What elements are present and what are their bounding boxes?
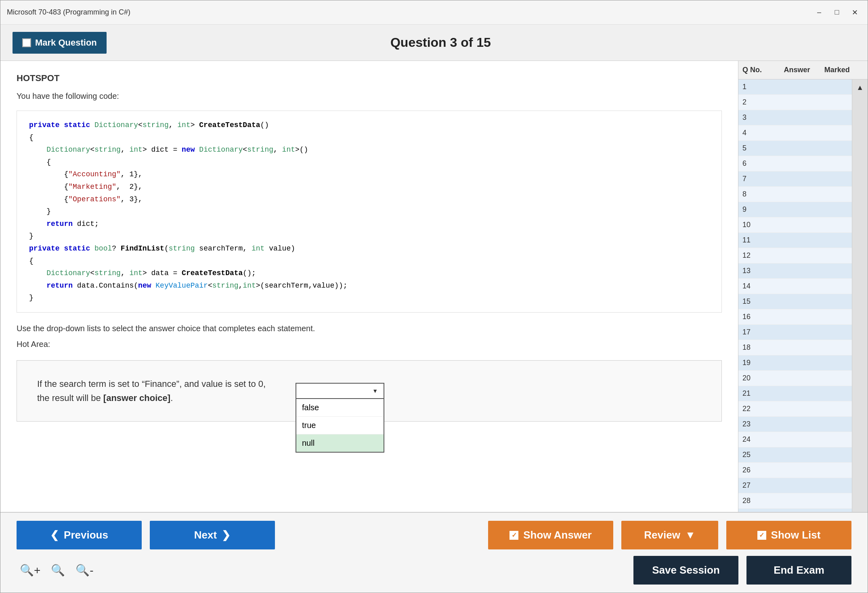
zoom-controls: 🔍+ 🔍 🔍- [17,562,97,578]
review-button[interactable]: Review ▼ [621,521,718,549]
q-number: 26 [742,466,773,474]
main-window: Microsoft 70-483 (Programming in C#) – □… [0,0,868,593]
answer-dropdown-container: ▼ false true null [296,383,384,399]
q-number: 27 [742,481,773,490]
question-list-item[interactable]: 1 [738,79,852,95]
hot-area: If the search term is set to “Finance”, … [17,360,722,422]
save-session-button[interactable]: Save Session [633,556,738,585]
q-number: 13 [742,267,773,275]
main-area: HOTSPOT You have the following code: pri… [0,61,868,512]
end-exam-button[interactable]: End Exam [746,556,851,585]
question-list-item[interactable]: 23 [738,417,852,432]
q-number: 1 [742,83,773,91]
show-list-label: Show List [771,529,821,541]
question-list-item[interactable]: 27 [738,478,852,493]
question-list-item[interactable]: 21 [738,386,852,401]
question-list-item[interactable]: 29 [738,509,852,512]
question-list-item[interactable]: 3 [738,110,852,125]
footer-row1: ❮ Previous Next ❯ Show Answer Review ▼ S… [17,521,851,549]
next-chevron-icon: ❯ [222,529,231,541]
zoom-in-button[interactable]: 🔍+ [17,562,44,578]
close-button[interactable]: ✕ [848,8,861,17]
question-list-item[interactable]: 26 [738,463,852,478]
minimize-button[interactable]: – [813,8,826,17]
show-answer-checkbox-icon [509,531,518,540]
side-panel-header: Q No. Answer Marked [738,61,868,79]
q-number: 11 [742,236,773,244]
code-block: private static Dictionary<string, int> C… [17,111,722,313]
zoom-reset-button[interactable]: 🔍 [48,562,68,578]
answer-dropdown[interactable]: ▼ [296,383,384,399]
question-list-item[interactable]: 13 [738,263,852,279]
side-panel-inner: 1 2 3 4 5 6 7 8 [738,79,868,512]
header-bar: Mark Question Question 3 of 15 [0,25,868,61]
mark-question-label: Mark Question [35,38,97,48]
side-panel-wrapper: Q No. Answer Marked 1 2 3 4 [738,61,868,512]
dropdown-option-null[interactable]: null [296,434,384,452]
q-number: 12 [742,251,773,260]
question-list-item[interactable]: 11 [738,233,852,248]
q-number: 15 [742,297,773,306]
question-list-item[interactable]: 4 [738,125,852,141]
q-number: 25 [742,451,773,459]
maximize-button[interactable]: □ [830,8,843,17]
show-answer-button[interactable]: Show Answer [488,521,613,549]
footer: ❮ Previous Next ❯ Show Answer Review ▼ S… [0,512,868,593]
question-list-item[interactable]: 17 [738,325,852,340]
instruction-text: Use the drop-down lists to select the an… [17,324,722,333]
question-list-item[interactable]: 2 [738,95,852,110]
question-list-item[interactable]: 5 [738,141,852,156]
q-number: 9 [742,205,773,214]
question-intro: You have the following code: [17,92,722,101]
q-number: 20 [742,374,773,382]
question-content: HOTSPOT You have the following code: pri… [0,61,738,512]
save-session-label: Save Session [652,564,720,576]
show-list-checkbox-icon [757,531,766,540]
q-number: 4 [742,129,773,137]
question-list-item[interactable]: 12 [738,248,852,263]
q-number: 16 [742,313,773,321]
question-list-item[interactable]: 9 [738,202,852,217]
previous-button[interactable]: ❮ Previous [17,521,142,549]
show-list-button[interactable]: Show List [726,521,851,549]
dropdown-option-true[interactable]: true [296,417,384,434]
question-list-item[interactable]: 6 [738,156,852,171]
next-label: Next [194,529,217,541]
col-answer-header: Answer [775,66,818,74]
title-bar: Microsoft 70-483 (Programming in C#) – □… [0,0,868,25]
mark-question-button[interactable]: Mark Question [13,32,107,54]
q-number: 6 [742,159,773,168]
question-list-item[interactable]: 8 [738,187,852,202]
q-number: 23 [742,420,773,428]
review-dropdown-icon: ▼ [685,529,696,541]
footer-row2: 🔍+ 🔍 🔍- Save Session End Exam [17,556,851,585]
q-number: 17 [742,328,773,336]
question-list-item[interactable]: 10 [738,217,852,233]
question-list-item[interactable]: 7 [738,171,852,187]
question-list-item[interactable]: 28 [738,493,852,509]
question-title: Question 3 of 15 [390,35,491,50]
dropdown-option-false[interactable]: false [296,399,384,417]
dropdown-arrow-icon: ▼ [372,388,378,394]
question-list-item[interactable]: 15 [738,294,852,309]
question-list-item[interactable]: 25 [738,447,852,463]
question-list-scroll[interactable]: 1 2 3 4 5 6 7 8 [738,79,852,512]
side-panel: Q No. Answer Marked 1 2 3 4 [738,61,868,512]
question-list-item[interactable]: 16 [738,309,852,325]
zoom-out-button[interactable]: 🔍- [72,562,96,578]
question-list-item[interactable]: 24 [738,432,852,447]
scroll-up-button[interactable]: ▲ [853,81,867,94]
scroll-arrow-col: ▲ ▼ [852,79,868,512]
q-number: 19 [742,359,773,367]
q-number: 5 [742,144,773,152]
previous-chevron-icon: ❮ [50,529,59,541]
question-list-item[interactable]: 20 [738,371,852,386]
question-list-item[interactable]: 22 [738,401,852,417]
hot-area-text-bold: [answer choice] [103,393,170,403]
q-number: 7 [742,175,773,183]
question-list-item[interactable]: 19 [738,355,852,371]
next-button[interactable]: Next ❯ [150,521,275,549]
q-number: 2 [742,98,773,106]
question-list-item[interactable]: 18 [738,340,852,355]
question-list-item[interactable]: 14 [738,279,852,294]
